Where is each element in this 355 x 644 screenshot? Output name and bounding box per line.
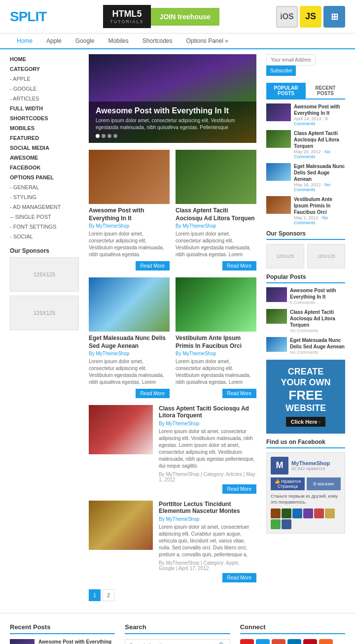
- pp-list-1: Awesome Post with Everything In It 5 Com…: [266, 287, 345, 305]
- fb-name[interactable]: MyThemeShop: [291, 460, 330, 466]
- nav-item-shortcodes[interactable]: Shortcodes: [136, 34, 179, 48]
- footer-search-input[interactable]: [125, 639, 230, 644]
- pp-list-info-2: Class Aptent Taciti Aoclosqu Ad Litora T…: [290, 309, 345, 333]
- connect-icon-mail[interactable]: @: [256, 639, 270, 644]
- pp-thumb-4[interactable]: [266, 196, 291, 214]
- popular-posts-tab[interactable]: POPULAR POSTS: [266, 83, 306, 99]
- fb-shop-button[interactable]: В магазин: [307, 477, 341, 490]
- pp-title-4: Vestibulum Ante Ipsum Primis In Faucibus…: [294, 196, 345, 215]
- fb-info: MyThemeShop 42,942 нравится: [291, 460, 330, 471]
- page-btn-2[interactable]: 2: [103, 589, 114, 601]
- sidebar-item-social-media[interactable]: SOCIAL MEDIA: [10, 143, 79, 153]
- sidebar-item-shortcodes[interactable]: SHORTCODES: [10, 113, 79, 123]
- read-more-btn-6[interactable]: Read More: [222, 573, 256, 582]
- nav-link-home[interactable]: Home: [10, 34, 39, 49]
- site-logo[interactable]: SPLIT: [10, 9, 46, 25]
- sidebar-item-font-settings[interactable]: - FONT SETTINGS: [10, 222, 79, 232]
- create-website-banner[interactable]: CREATEYOUR OWN FREE WEBSITE Click Here ›: [266, 360, 345, 434]
- pp-list-3: Eget Malesuada Nunc Delis Sed Auge Aenea…: [266, 337, 345, 355]
- nav-link-google[interactable]: Google: [69, 34, 102, 48]
- featured-post[interactable]: Awesome Post with Everything In It Lorem…: [89, 54, 256, 143]
- connect-icon-pinterest[interactable]: P: [303, 639, 317, 644]
- email-subscribe: Subscribe: [266, 54, 345, 76]
- nav-link-shortcodes[interactable]: Shortcodes: [136, 34, 179, 48]
- footer-search-title: Search: [125, 623, 230, 634]
- read-more-btn-5[interactable]: Read More: [222, 484, 256, 494]
- email-input[interactable]: [266, 54, 316, 66]
- nav-item-mobiles[interactable]: Mobiles: [101, 34, 135, 48]
- nav-link-options[interactable]: Options Panel »: [179, 34, 235, 48]
- read-more-btn-1[interactable]: Read More: [136, 261, 170, 271]
- sidebar-item-facebook[interactable]: FACEBOOK: [10, 163, 79, 172]
- fb-avatars: [271, 508, 341, 529]
- nav-item-apple[interactable]: Apple: [39, 34, 69, 48]
- read-more-btn-3[interactable]: Read More: [136, 389, 170, 398]
- pp-list-thumb-1[interactable]: [266, 287, 287, 302]
- js-icon[interactable]: JS: [300, 6, 321, 28]
- post-thumb-1[interactable]: [89, 150, 170, 204]
- sidebar-item-mobiles[interactable]: MOBILES: [10, 123, 79, 133]
- sidebar-item-options-panel[interactable]: OPTIONS PANEL: [10, 172, 79, 182]
- nav-item-options[interactable]: Options Panel »: [179, 34, 235, 48]
- sidebar-item-general[interactable]: - GENERAL: [10, 182, 79, 192]
- connect-icon-email[interactable]: ✉: [240, 639, 254, 644]
- page-btn-1[interactable]: 1: [89, 589, 101, 601]
- post-thumb-2[interactable]: [176, 150, 256, 204]
- subscribe-button[interactable]: Subscribe: [266, 66, 296, 76]
- sidebar-sponsor-1[interactable]: 125X125: [10, 257, 79, 292]
- dot-3[interactable]: [107, 134, 111, 138]
- sidebar-item-category[interactable]: CATEGORY: [10, 64, 79, 74]
- pp-title-1: Awesome Post with Everything In It: [294, 103, 345, 116]
- article-thumb-1[interactable]: [89, 405, 153, 454]
- sidebar-item-fullwidth[interactable]: FULL WIDTH: [10, 103, 79, 113]
- nav-link-apple[interactable]: Apple: [39, 34, 69, 48]
- dot-1[interactable]: [96, 134, 100, 138]
- sidebar-sponsor-2[interactable]: 125X125: [10, 296, 79, 330]
- nav-item-google[interactable]: Google: [69, 34, 102, 48]
- cwb-arrow-icon: ›: [319, 419, 321, 425]
- dot-2[interactable]: [102, 134, 106, 138]
- sidebar-item-featured[interactable]: FEATURED: [10, 133, 79, 143]
- sidebar-item-social[interactable]: - SOCIAL: [10, 232, 79, 241]
- sidebar-item-single-post[interactable]: -- SINGLE POST: [10, 212, 79, 222]
- connect-icon-gplus[interactable]: g+: [272, 639, 285, 644]
- post-thumb-4[interactable]: [176, 277, 256, 332]
- connect-icon-rss[interactable]: RSS: [319, 639, 333, 644]
- pp-meta-2: May 20, 2012 - No Comments: [294, 149, 345, 159]
- pp-meta-1: April 14, 2013 - 5 Comments: [294, 116, 345, 126]
- article-thumb-2[interactable]: [89, 501, 153, 550]
- pp-thumb-3[interactable]: [266, 163, 291, 181]
- ios-icon[interactable]: iOS: [276, 6, 298, 28]
- app-icon[interactable]: ⊞: [323, 6, 345, 28]
- nav-item-home[interactable]: Home: [10, 34, 39, 48]
- sidebar-item-google[interactable]: - GOOGLE: [10, 84, 79, 94]
- read-more-btn-4[interactable]: Read More: [222, 389, 256, 398]
- cwb-click-here-btn[interactable]: Click Here ›: [286, 417, 326, 427]
- html5-badge[interactable]: HTML5 TUTORIALS: [103, 5, 150, 28]
- header-banner: HTML5 TUTORIALS JOIN treehouse: [56, 5, 266, 28]
- fb-like-button[interactable]: 👍 Нравится Страница: [271, 477, 305, 490]
- pp-list-thumb-2[interactable]: [266, 309, 287, 324]
- nav-link-mobiles[interactable]: Mobiles: [101, 34, 135, 48]
- sidebar-item-apple[interactable]: - APPLE: [10, 74, 79, 84]
- fb-mini-avatar-2: [282, 508, 291, 518]
- join-treehouse-button[interactable]: JOIN treehouse: [151, 8, 219, 26]
- dot-4[interactable]: [113, 134, 117, 138]
- read-more-btn-2[interactable]: Read More: [222, 261, 256, 271]
- connect-icon-linkedin[interactable]: in: [287, 639, 301, 644]
- header: SPLIT HTML5 TUTORIALS JOIN treehouse iOS…: [0, 0, 355, 34]
- sidebar-item-styling[interactable]: - STYLING: [10, 192, 79, 202]
- sidebar-item-home[interactable]: HOME: [10, 54, 79, 64]
- footer-thumb-1[interactable]: [10, 639, 35, 644]
- sidebar-item-ad-management[interactable]: - AD MANAGEMENT: [10, 202, 79, 212]
- pp-thumb-2[interactable]: [266, 130, 291, 148]
- pp-list-thumb-3[interactable]: [266, 337, 287, 352]
- featured-overlay: Awesome Post with Everything In It Lorem…: [89, 102, 256, 143]
- post-thumb-3[interactable]: [89, 277, 170, 332]
- recent-posts-tab[interactable]: RECENT POSTS: [306, 83, 345, 99]
- sidebar-item-awesome[interactable]: AWESOME: [10, 153, 79, 163]
- pp-thumb-1[interactable]: [266, 103, 291, 121]
- sponsor-sm-1[interactable]: 125X125: [266, 244, 304, 269]
- sidebar-item-articles[interactable]: - ARTICLES: [10, 94, 79, 103]
- sponsor-sm-2[interactable]: 125X125: [307, 244, 345, 269]
